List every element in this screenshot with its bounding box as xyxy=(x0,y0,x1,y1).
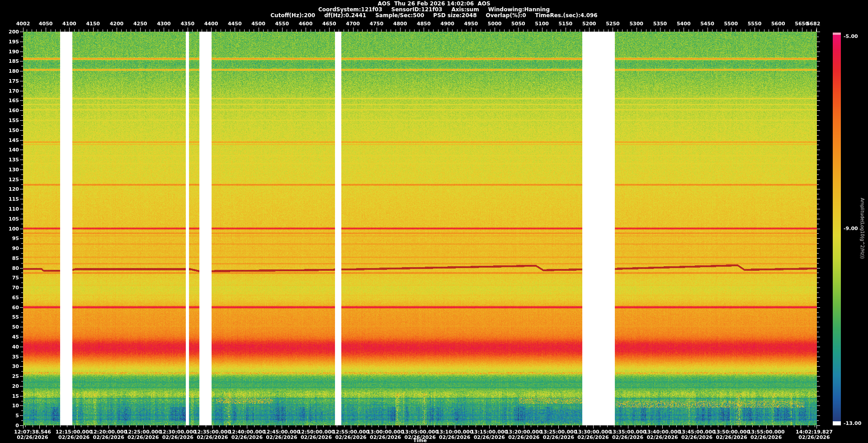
param-cutoff: Cutoff(Hz):200 xyxy=(270,12,315,19)
frequency-axis-tick-label: 50 xyxy=(12,324,19,330)
record-axis-tick-label: 5150 xyxy=(559,21,573,27)
time-value: 13:05:00.000 xyxy=(401,429,439,435)
date-value: 02/26/2026 xyxy=(14,435,51,440)
record-axis-tick-label: 4650 xyxy=(322,21,336,27)
time-axis-tick-label: 13:55:00.00002/26/2026 xyxy=(748,429,785,440)
time-value: 14:02:19.827 xyxy=(796,429,833,435)
record-axis-tick-label: 5500 xyxy=(724,21,738,27)
date-value: 02/26/2026 xyxy=(228,435,265,440)
frequency-axis-tick-label: 185 xyxy=(9,58,19,64)
frequency-axis-tick-label: 5 xyxy=(15,413,19,419)
time-axis-tick-label: 12:30:00.00002/26/2026 xyxy=(159,429,196,440)
frequency-axis-tick-label: 150 xyxy=(9,127,19,133)
date-value: 02/26/2026 xyxy=(505,435,542,440)
record-axis-tick-label: 4450 xyxy=(228,21,242,27)
frequency-axis-tick-label: 175 xyxy=(9,78,19,84)
param-coordsystem: CoordSystem:121f03 xyxy=(318,6,382,13)
time-value: 13:25:00.000 xyxy=(540,429,577,435)
record-axis-tick-label: 4500 xyxy=(251,21,265,27)
record-axis-tick-label: 5300 xyxy=(629,21,643,27)
record-axis-tick-label: 4550 xyxy=(275,21,289,27)
record-axis-tick-label: 4300 xyxy=(157,21,171,27)
date-value: 02/26/2026 xyxy=(796,435,833,440)
frequency-axis-tick-label: 170 xyxy=(9,88,19,94)
frequency-axis-tick-label: 70 xyxy=(12,285,19,291)
date-value: 02/26/2026 xyxy=(575,435,612,440)
frequency-axis-tick-label: 75 xyxy=(12,275,19,281)
time-axis-tick-label: 13:45:00.00002/26/2026 xyxy=(679,429,716,440)
time-value: 12:25:00.000 xyxy=(125,429,162,435)
frequency-axis-tick-label: 35 xyxy=(12,353,19,359)
date-value: 02/26/2026 xyxy=(436,435,473,440)
time-axis-tick-label: 13:30:00.00002/26/2026 xyxy=(575,429,612,440)
record-axis-tick-label: 4200 xyxy=(110,21,124,27)
time-value: 13:00:00.000 xyxy=(367,429,404,435)
colorbar-min-label: -13.00 xyxy=(844,420,861,426)
time-axis-tick-label: 12:40:00.00002/26/2026 xyxy=(228,429,265,440)
record-axis-tick-label: 5350 xyxy=(653,21,667,27)
colorbar-mid-label: -9.00 xyxy=(844,226,858,231)
date-value: 02/26/2026 xyxy=(263,435,300,440)
frequency-axis-tick-label: 155 xyxy=(9,117,19,123)
time-axis-title: Time xyxy=(413,438,427,443)
date-value: 02/26/2026 xyxy=(56,435,93,440)
frequency-axis-tick-label: 100 xyxy=(9,226,19,231)
frequency-axis-tick-label: 140 xyxy=(9,147,19,153)
record-axis-tick-label: 5450 xyxy=(700,21,714,27)
frequency-axis-tick-label: 190 xyxy=(9,48,19,54)
time-value: 12:20:00.000 xyxy=(90,429,127,435)
record-axis-tick-label: 4900 xyxy=(440,21,454,27)
frequency-axis-tick-label: 180 xyxy=(9,68,19,74)
time-value: 13:50:00.000 xyxy=(713,429,750,435)
record-axis-tick-label: 4800 xyxy=(393,21,407,27)
frequency-axis-tick-label: 130 xyxy=(9,166,19,172)
time-axis-tick-label: 12:45:00.00002/26/2026 xyxy=(263,429,300,440)
time-axis-tick-label: 12:25:00.00002/26/2026 xyxy=(125,429,162,440)
time-value: 13:30:00.000 xyxy=(575,429,612,435)
record-axis-tick-label: 5200 xyxy=(582,21,596,27)
header-params-line3: Cutoff(Hz):200df(Hz):0.2441Sample/Sec:50… xyxy=(0,13,868,19)
frequency-axis-tick-label: 10 xyxy=(12,403,19,409)
frequency-axis-tick-label: 55 xyxy=(12,314,19,320)
time-axis-tick-label: 12:35:00.00002/26/2026 xyxy=(194,429,231,440)
record-axis-tick-label: 4002 xyxy=(16,21,30,27)
time-axis-tick-label: 13:00:00.00002/26/2026 xyxy=(367,429,404,440)
record-axis-tick-label: 5050 xyxy=(511,21,525,27)
frequency-axis-tick-label: 45 xyxy=(12,334,19,340)
frequency-axis-tick-label: 85 xyxy=(12,255,19,261)
frequency-axis-tick-label: 80 xyxy=(12,265,19,271)
frequency-axis-tick-label: 125 xyxy=(9,176,19,182)
time-value: 13:35:00.000 xyxy=(609,429,646,435)
frequency-axis-tick-label: 30 xyxy=(12,363,19,369)
time-axis-tick-label: 13:10:00.00002/26/2026 xyxy=(436,429,473,440)
frequency-axis-tick-label: 15 xyxy=(12,393,19,399)
date-value: 02/26/2026 xyxy=(159,435,196,440)
record-axis-tick-label: 4850 xyxy=(417,21,431,27)
record-axis-tick-label: 4700 xyxy=(346,21,360,27)
colorbar-axis-title: Amplitude(Log10(g^2/Hz)) xyxy=(860,198,865,259)
record-axis-tick-label: 4050 xyxy=(39,21,53,27)
record-axis-tick-label: 4150 xyxy=(86,21,100,27)
param-sensorid: SensorID:121f03 xyxy=(392,6,443,13)
time-value: 13:55:00.000 xyxy=(748,429,785,435)
date-value: 02/26/2026 xyxy=(713,435,750,440)
date-value: 02/26/2026 xyxy=(125,435,162,440)
time-value: 13:20:00.000 xyxy=(505,429,542,435)
frequency-axis-tick-label: 105 xyxy=(9,216,19,222)
frequency-axis-tick-label: 195 xyxy=(9,38,19,44)
date-value: 02/26/2026 xyxy=(609,435,646,440)
record-axis-tick-label: 5250 xyxy=(606,21,620,27)
time-value: 13:45:00.000 xyxy=(679,429,716,435)
param-overlap: Overlap(%):0 xyxy=(486,12,526,19)
param-axis: Axis:sum xyxy=(451,6,479,13)
date-value: 02/26/2026 xyxy=(194,435,231,440)
date-value: 02/26/2026 xyxy=(471,435,508,440)
record-axis-tick-label: 5550 xyxy=(748,21,762,27)
param-psdsize: PSD size:2048 xyxy=(433,12,476,19)
frequency-axis-tick-label: 120 xyxy=(9,186,19,192)
frequency-axis-tick-label: 40 xyxy=(12,344,19,349)
frequency-axis-tick-label: 60 xyxy=(12,304,19,310)
time-value: 12:35:00.000 xyxy=(194,429,231,435)
date-value: 02/26/2026 xyxy=(679,435,716,440)
param-timeres: TimeRes.(sec):4.096 xyxy=(535,12,598,19)
